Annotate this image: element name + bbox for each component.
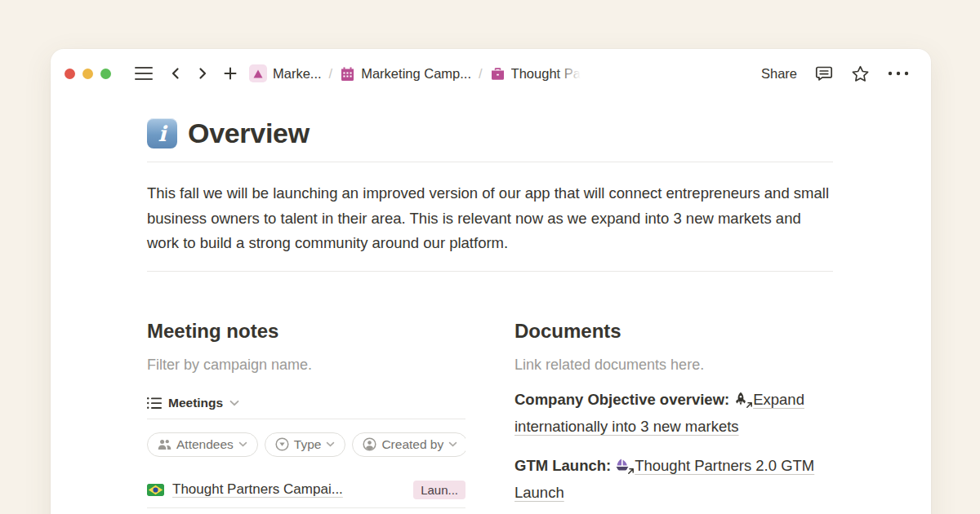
filter-label: Attendees	[176, 437, 234, 452]
meeting-notes-heading: Meeting notes	[147, 320, 466, 343]
documents-caption: Link related documents here.	[514, 357, 833, 374]
document-entry: GTM Launch:Thought Partners 2.0 GTM Laun…	[514, 452, 835, 506]
link-arrow-icon	[627, 467, 635, 475]
documents-column: Documents Link related documents here. C…	[514, 320, 833, 514]
triangle-badge-icon	[249, 64, 267, 82]
meetings-view-tab[interactable]: Meetings	[147, 396, 466, 410]
sailboat-icon	[615, 458, 632, 472]
divider	[147, 162, 833, 162]
back-icon[interactable]	[168, 66, 183, 81]
traffic-lights	[65, 69, 111, 79]
document-label: GTM Launch:	[514, 457, 611, 474]
brazil-flag-icon	[147, 484, 164, 496]
rocket-icon	[733, 392, 751, 406]
favorite-star-icon[interactable]	[851, 64, 870, 83]
documents-heading: Documents	[514, 320, 833, 343]
divider	[147, 271, 833, 272]
filter-attendees[interactable]: Attendees	[147, 432, 258, 457]
forward-icon[interactable]	[195, 66, 210, 81]
zoom-window-button[interactable]	[100, 69, 111, 79]
breadcrumb-separator: /	[479, 66, 483, 82]
meeting-page-link[interactable]: Thought Partners Campai...	[172, 481, 405, 498]
breadcrumb-label: Thought Pa	[511, 66, 581, 82]
new-page-icon[interactable]	[222, 65, 238, 82]
chevron-down-icon	[448, 441, 457, 447]
breadcrumb-label: Marketing Camp...	[361, 66, 471, 82]
breadcrumb-label: Marke...	[273, 66, 322, 82]
breadcrumb-item-marketing-campaigns[interactable]: Marketing Camp...	[340, 66, 471, 82]
status-tag: Laun...	[413, 481, 466, 499]
filter-label: Created by	[381, 437, 443, 452]
people-icon	[158, 439, 172, 450]
window-topbar: Marke... / Marketing Camp... / Thought P…	[51, 49, 931, 88]
list-view-icon	[147, 397, 162, 410]
breadcrumb-item-marketing[interactable]: Marke...	[249, 64, 322, 82]
chevron-down-icon	[229, 400, 239, 406]
minimize-window-button[interactable]	[82, 69, 93, 79]
breadcrumb-separator: /	[329, 66, 333, 82]
meeting-notes-column: Meeting notes Filter by campaign name. M…	[147, 320, 466, 514]
page-content: i Overview This fall we will be launchin…	[51, 117, 931, 514]
filter-label: Type	[294, 437, 322, 452]
table-row[interactable]: Thought Partners Campai... Laun...	[147, 477, 466, 503]
meetings-table: Thought Partners Campai... Laun... Thoug…	[147, 477, 466, 514]
document-entry: Company Objective overview:Expand intern…	[514, 386, 835, 440]
notion-window: Marke... / Marketing Camp... / Thought P…	[51, 49, 931, 514]
more-options-icon[interactable]	[887, 70, 910, 77]
divider	[147, 507, 466, 508]
divider	[147, 419, 466, 419]
comments-icon[interactable]	[814, 64, 834, 83]
filter-bar: Attendees Type Created b	[147, 432, 466, 457]
meeting-notes-caption: Filter by campaign name.	[147, 357, 466, 374]
sidebar-toggle-icon[interactable]	[135, 67, 153, 80]
calendar-icon	[340, 66, 355, 82]
chevron-down-icon	[238, 441, 247, 447]
info-emoji-icon[interactable]: i	[147, 118, 177, 148]
meetings-view-label: Meetings	[168, 396, 223, 410]
intro-paragraph: This fall we will be launching an improv…	[147, 181, 833, 256]
person-icon	[363, 437, 376, 451]
share-button[interactable]: Share	[761, 66, 797, 82]
breadcrumb-item-thought-partners[interactable]: Thought Pa	[490, 66, 581, 82]
breadcrumb: Marke... / Marketing Camp... / Thought P…	[249, 64, 581, 82]
close-window-button[interactable]	[65, 69, 75, 79]
link-arrow-icon	[746, 401, 753, 409]
chevron-down-icon	[326, 441, 335, 447]
document-label: Company Objective overview:	[514, 391, 729, 408]
briefcase-icon	[490, 66, 506, 82]
page-title: Overview	[188, 117, 310, 149]
select-icon	[275, 437, 289, 451]
filter-created-by[interactable]: Created by	[352, 432, 466, 457]
filter-type[interactable]: Type	[265, 432, 346, 457]
